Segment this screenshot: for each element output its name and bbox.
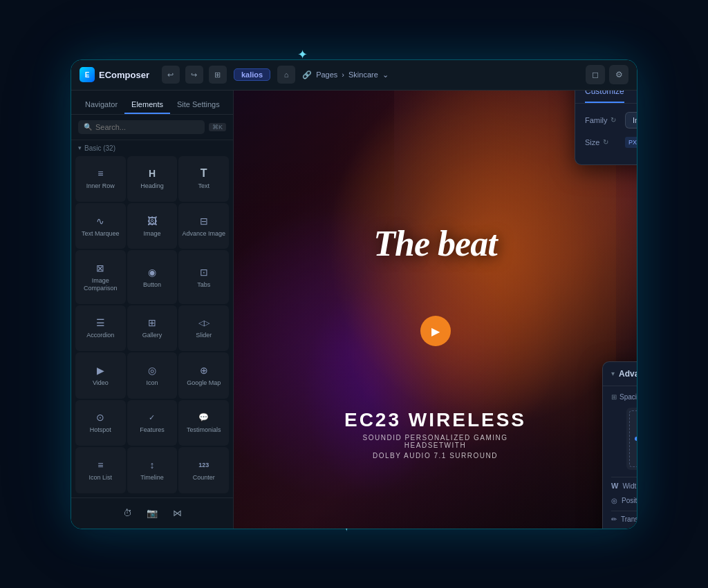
image-comparison-icon: ⊠ [92,262,109,274]
elem-video[interactable]: ▶ Video [75,352,126,398]
spacing-label: ⊞ Spacing [611,393,637,401]
breadcrumb-pages: Pages [316,70,337,79]
google-map-icon: ⊕ [196,364,212,377]
gallery-icon: ⊞ [144,316,160,329]
elem-label-hotspot: Hotspot [90,426,111,434]
video-icon: ▶ [92,364,109,377]
elem-label-accordion: Accordion [86,332,114,339]
elem-button[interactable]: ◉ Button [127,250,178,303]
elem-label-heading: Heading [140,182,164,190]
image-icon: 🖼 [144,215,160,227]
tab-navigator[interactable]: Navigator [78,96,124,114]
typography-panel-tabs: Customize Global [575,91,637,104]
slider-icon: ◁▷ [196,316,212,329]
text-icon: T [196,167,212,180]
heading-icon: H [144,167,160,180]
tab-customize[interactable]: Customize [585,91,624,103]
search-input-wrap[interactable]: 🔍 [78,120,205,134]
preview-button[interactable]: ◻ [586,65,605,84]
elem-label-text-marquee: Text Marquee [82,230,120,238]
advanced-chevron: ▾ [611,370,615,377]
elem-counter[interactable]: 123 Counter [178,447,229,493]
elem-hotspot[interactable]: ⊙ Hotspot [75,400,126,446]
elem-label-features: Features [140,426,165,434]
unit-px[interactable]: PX [625,137,637,148]
breadcrumb-current[interactable]: Skincare [348,70,378,79]
elem-heading[interactable]: H Heading [127,156,178,202]
elem-label-image-comparison: Image Comparison [78,277,123,292]
elem-inner-row[interactable]: ≡ Inner Row [75,156,126,202]
elem-text[interactable]: T Text [178,156,229,202]
elem-image[interactable]: 🖼 Image [127,203,178,249]
elem-timeline[interactable]: ↕ Timeline [127,447,178,493]
tab-elements[interactable]: Elements [124,96,170,114]
elem-label-video: Video [93,379,109,387]
transform-label: Transform [621,515,637,523]
transform-icon: ✏ [611,515,617,523]
product-name: EC23 WIRELESS [335,409,537,431]
breadcrumb-icon: 🔗 [302,70,312,79]
position-icon: ◎ [611,497,617,504]
width-label: Width [622,482,637,490]
adv-separator-1 [611,477,637,477]
canvas[interactable]: The beat ▶ EC23 WIRELESS SOUNDID PERSONA… [234,91,637,529]
elem-icon-list[interactable]: ≡ Icon List [75,447,126,493]
timeline-icon: ↕ [144,459,160,471]
editor-container: E EComposer ↩ ↪ ⊞ kalios ⌂ 🔗 Pages › Ski… [71,59,637,529]
elem-image-comparison[interactable]: ⊠ Image Comparison [75,250,126,303]
topbar-actions: ◻ ⚙ [586,65,628,84]
spacing-icon: ⊞ [611,393,617,401]
elem-label-icon: Icon [146,379,158,387]
elem-accordion[interactable]: ☰ Accordion [75,305,126,351]
share-icon[interactable]: ⋈ [167,504,187,523]
home-button[interactable]: ⌂ [277,66,295,84]
testimonials-icon: 💬 [196,411,212,424]
undo-button[interactable]: ↩ [162,66,180,84]
tabs-icon: ⊡ [196,266,212,278]
elem-google-map[interactable]: ⊕ Google Map [178,352,229,398]
margin-left-handle[interactable] [635,437,637,441]
countdown-icon[interactable]: ⏱ [118,504,137,523]
elem-gallery[interactable]: ⊞ Gallery [127,305,178,351]
section-basic: Basic (32) [71,140,233,156]
elem-tabs[interactable]: ⊡ Tabs [178,250,229,303]
search-input[interactable] [95,123,199,131]
typography-panel-body: Family ↻ Inter ⌄ ◻ ⚙ [575,104,637,164]
shortcut-badge: ⌘K [209,123,226,131]
elem-label-counter: Counter [193,474,215,482]
elem-slider[interactable]: ◁▷ Slider [178,305,229,351]
topbar: E EComposer ↩ ↪ ⊞ kalios ⌂ 🔗 Pages › Ski… [71,60,637,91]
icon-icon: ◎ [144,364,160,377]
size-refresh-icon[interactable]: ↻ [603,138,608,146]
elem-advance-image[interactable]: ⊟ Advance Image [178,203,229,249]
elem-label-gallery: Gallery [142,332,162,339]
position-label: Position [622,497,637,504]
theme-badge[interactable]: kalios [234,68,270,81]
family-refresh-icon[interactable]: ↻ [611,116,616,124]
elem-features[interactable]: ✓ Features [127,400,178,446]
size-label: Size ↻ [585,138,620,146]
sidebar-bottom: ⏱ 📷 ⋈ [71,497,233,529]
advanced-panel-title: Advanced [619,369,637,379]
hotspot-icon: ⊙ [92,411,109,424]
spacing-visual: MARGIN 🔗 PADDING [626,408,637,470]
adv-separator-2 [611,511,637,511]
tab-site-settings[interactable]: Site Settings [170,96,227,114]
logo-icon: E [80,67,95,82]
button-icon: ◉ [144,266,160,278]
hero-play-button[interactable]: ▶ [420,316,451,346]
family-row: Family ↻ Inter ⌄ ◻ ⚙ [585,112,637,129]
font-family-select[interactable]: Inter ⌄ [625,112,637,129]
breadcrumb-dropdown-icon: ⌄ [382,70,389,79]
elem-icon[interactable]: ◎ Icon [127,352,178,398]
spacing-row: ⊞ Spacing PX % EM REM [611,393,637,401]
elem-text-marquee[interactable]: ∿ Text Marquee [75,203,126,249]
redo-button[interactable]: ↪ [185,66,203,84]
grid-settings-button[interactable]: ⊞ [209,66,227,84]
transform-row: ✏ Transform [611,515,637,523]
instagram-icon[interactable]: 📷 [142,504,162,523]
settings-button[interactable]: ⚙ [609,65,628,84]
elem-testimonials[interactable]: 💬 Testimonials [178,400,229,446]
advanced-panel: ▾ Advanced ⊞ Spacing PX % [602,361,637,529]
logo-area: E EComposer [80,67,149,82]
